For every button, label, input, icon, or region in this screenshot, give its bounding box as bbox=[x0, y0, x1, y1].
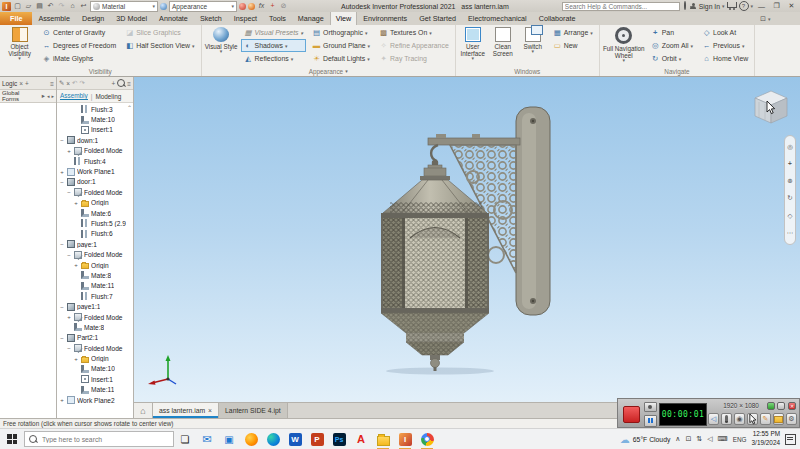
orbit-icon[interactable]: ↻ bbox=[787, 194, 792, 202]
return-icon[interactable]: ↩ bbox=[79, 0, 88, 12]
tree-expander[interactable]: − bbox=[59, 137, 65, 143]
tree-expander[interactable]: − bbox=[59, 304, 65, 310]
close-icon[interactable]: × bbox=[19, 80, 23, 87]
tree-expander[interactable]: − bbox=[66, 189, 72, 195]
ribbon-button[interactable]: Slice Graphics bbox=[122, 26, 197, 39]
tree-item[interactable]: Mate:6 bbox=[57, 208, 133, 218]
prev-icon[interactable]: ◂ bbox=[47, 93, 50, 99]
start-button[interactable] bbox=[0, 429, 24, 449]
tree-item[interactable]: Insert:1 bbox=[57, 374, 133, 384]
menu-tab[interactable]: Tools bbox=[263, 12, 292, 25]
display-icon[interactable]: ⊡ bbox=[685, 435, 691, 443]
dropdown-arrow-icon[interactable]: ▾ bbox=[751, 3, 754, 9]
redo-icon[interactable]: ↷ bbox=[57, 0, 66, 12]
ribbon-big-button[interactable]: User Interface ▾ bbox=[459, 26, 487, 66]
material-select[interactable]: Material ▾ bbox=[90, 1, 158, 12]
restore-button[interactable]: ❐ bbox=[770, 2, 783, 10]
taskbar-app[interactable]: P bbox=[306, 429, 328, 449]
menu-tab[interactable]: Assemble bbox=[32, 12, 76, 25]
tree-expander[interactable]: − bbox=[66, 345, 72, 351]
sign-in-button[interactable]: Sign In bbox=[699, 3, 720, 10]
menu-tab[interactable]: Get Started bbox=[413, 12, 462, 25]
ribbon-group-label[interactable]: Appearance▾ bbox=[205, 66, 452, 76]
open-file-icon[interactable]: ▱ bbox=[24, 0, 33, 12]
ribbon-button[interactable]: Center of Gravity bbox=[39, 26, 119, 39]
taskbar-app[interactable] bbox=[262, 429, 284, 449]
ribbon-button[interactable]: Visual Presets ▾ bbox=[241, 26, 306, 39]
tree-item[interactable]: + Folded Mode bbox=[57, 312, 133, 322]
ribbon-button[interactable]: Textures On ▾ bbox=[376, 26, 452, 39]
close-tab-icon[interactable]: × bbox=[208, 407, 212, 414]
browser-tab-modeling[interactable]: Modeling bbox=[95, 93, 121, 100]
help-search-input[interactable] bbox=[562, 2, 680, 11]
tree-item[interactable]: Mate:8 bbox=[57, 322, 133, 332]
ribbon-button[interactable]: iMate Glyphs bbox=[39, 52, 119, 65]
lantern-3d-model[interactable] bbox=[376, 105, 566, 377]
taskbar-app[interactable]: W bbox=[284, 429, 306, 449]
ribbon-big-button[interactable]: Full Navigation Wheel ▾ bbox=[603, 26, 645, 66]
settings-gear-icon[interactable]: ⚙ bbox=[786, 413, 797, 425]
taskbar-app[interactable]: ✉ bbox=[196, 429, 218, 449]
menu-tab[interactable]: View bbox=[330, 12, 357, 25]
back-icon[interactable]: ↶ bbox=[72, 79, 77, 87]
touch-keyboard-icon[interactable]: ⌨ bbox=[718, 435, 728, 443]
tree-item[interactable]: Flush:4 bbox=[57, 156, 133, 166]
speaker-icon[interactable]: ◁ bbox=[708, 413, 719, 425]
tree-expander[interactable]: − bbox=[66, 252, 72, 258]
add-tab-icon[interactable]: + bbox=[25, 80, 29, 87]
ribbon-button[interactable]: Ray Tracing bbox=[376, 52, 452, 65]
browser-pin-icon[interactable]: ✎ bbox=[59, 79, 64, 87]
weather-widget[interactable]: ☁ 65°F Cloudy bbox=[620, 434, 670, 445]
undo-icon[interactable]: ↶ bbox=[46, 0, 55, 12]
tree-item[interactable]: − Folded Mode bbox=[57, 343, 133, 353]
search-icon[interactable] bbox=[682, 0, 688, 12]
ribbon-big-button[interactable]: Visual Style ▾ bbox=[205, 26, 238, 66]
tree-item[interactable]: Flush:3 bbox=[57, 104, 133, 114]
ribbon-options[interactable]: ⊡▾ bbox=[756, 12, 770, 25]
document-tab[interactable]: ass lantern.iam × bbox=[153, 403, 219, 418]
save-icon[interactable]: ▤ bbox=[35, 0, 44, 12]
tree-expander[interactable]: + bbox=[59, 397, 65, 403]
tree-item[interactable]: Mate:11 bbox=[57, 385, 133, 395]
draw-pen-icon[interactable]: ✎ bbox=[760, 413, 771, 425]
3d-viewport[interactable]: ◎ + ⊕ ↻ ◇ ⋯ ⌂ ass lantern.iam × Lantern … bbox=[134, 77, 800, 418]
tree-item[interactable]: Mate:8 bbox=[57, 270, 133, 280]
ribbon-big-button[interactable]: Clean Screen bbox=[489, 26, 517, 66]
tree-item[interactable]: Flush:6 bbox=[57, 229, 133, 239]
ribbon-button[interactable]: Half Section View ▾ bbox=[122, 39, 197, 52]
ribbon-button[interactable]: Degrees of Freedom bbox=[39, 39, 119, 52]
tree-item[interactable]: + Origin bbox=[57, 353, 133, 363]
menu-tab[interactable]: Collaborate bbox=[533, 12, 582, 25]
taskbar-app[interactable]: ▣ bbox=[218, 429, 240, 449]
tree-expander[interactable]: + bbox=[73, 262, 79, 268]
menu-tab[interactable]: Inspect bbox=[228, 12, 263, 25]
webcam-icon[interactable]: ◉ bbox=[734, 413, 745, 425]
tree-item[interactable]: − down:1 bbox=[57, 135, 133, 145]
tree-item[interactable]: Flush:7 bbox=[57, 291, 133, 301]
appearance-ball-icon[interactable] bbox=[160, 3, 167, 10]
menu-tab[interactable]: 3D Model bbox=[110, 12, 153, 25]
taskbar-app[interactable] bbox=[240, 429, 262, 449]
tree-expander[interactable]: + bbox=[66, 314, 72, 320]
screenshot-camera-icon[interactable] bbox=[644, 402, 657, 412]
tree-item[interactable]: − paye:1 bbox=[57, 239, 133, 249]
ribbon-button[interactable]: Default Lights ▾ bbox=[309, 52, 373, 65]
tree-item[interactable]: Flush:5 (2.9 bbox=[57, 218, 133, 228]
taskbar-app[interactable]: ❏ bbox=[174, 429, 196, 449]
browser-tab-assembly[interactable]: Assembly bbox=[60, 92, 88, 100]
microphone-icon[interactable] bbox=[721, 413, 732, 425]
add-browser-icon[interactable]: + bbox=[112, 80, 116, 87]
pause-recording-button[interactable] bbox=[644, 415, 657, 427]
menu-tab[interactable]: Design bbox=[76, 12, 110, 25]
appearance-select[interactable]: Appearance ▾ bbox=[169, 1, 237, 12]
ribbon-button[interactable]: Reflections ▾ bbox=[241, 52, 306, 65]
tree-item[interactable]: Insert:1 bbox=[57, 125, 133, 135]
color-ball-icon[interactable] bbox=[248, 3, 255, 10]
ribbon-button[interactable]: Zoom All ▾ bbox=[648, 39, 696, 52]
document-tab[interactable]: Lantern SIDE 4.ipt bbox=[219, 403, 288, 418]
menu-tab[interactable]: Sketch bbox=[194, 12, 228, 25]
language-indicator[interactable]: ENG bbox=[733, 436, 747, 443]
tree-expander[interactable]: − bbox=[59, 335, 65, 341]
plus-icon[interactable]: + bbox=[268, 0, 277, 12]
tree-expander[interactable]: + bbox=[66, 148, 72, 154]
